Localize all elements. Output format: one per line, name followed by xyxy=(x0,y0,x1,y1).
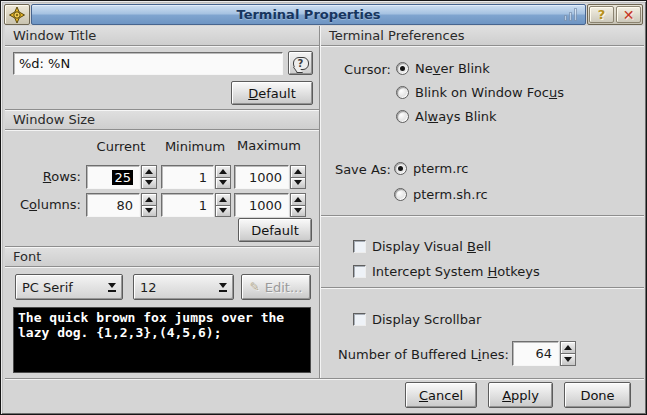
columns-maximum-spinbox[interactable]: 1000 xyxy=(234,193,306,217)
checkbox-intercept-system-hotkeys[interactable]: Intercept System Hotkeys xyxy=(353,263,540,279)
terminal-properties-dialog: Terminal Properties ? ✕ Window Title ? D… xyxy=(0,0,647,415)
triangle-down-icon xyxy=(294,208,302,213)
radio-icon xyxy=(394,162,407,175)
window-title-section-header: Window Title xyxy=(5,26,319,46)
spin-up-button[interactable] xyxy=(141,165,157,178)
save-as-label: Save As: xyxy=(331,162,391,177)
triangle-up-icon xyxy=(294,169,302,174)
triangle-down-icon xyxy=(145,208,153,213)
spin-down-button[interactable] xyxy=(141,206,157,218)
window-title-default-button[interactable]: Default xyxy=(231,81,313,105)
radio-always-blink[interactable]: Always Blink xyxy=(396,108,497,124)
font-size-select[interactable]: 12 xyxy=(133,274,234,300)
titlebar[interactable]: Terminal Properties ? ✕ xyxy=(4,4,643,25)
triangle-up-icon xyxy=(564,345,572,350)
radio-icon xyxy=(396,110,409,123)
titlebar-drag-area[interactable]: Terminal Properties xyxy=(31,4,586,25)
title-format-help-button[interactable]: ? xyxy=(288,51,313,75)
triangle-up-icon xyxy=(145,169,153,174)
triangle-up-icon xyxy=(294,197,302,202)
app-icon xyxy=(9,7,25,23)
triangle-up-icon xyxy=(145,197,153,202)
chevron-down-icon xyxy=(102,283,122,292)
spin-down-button[interactable] xyxy=(290,206,306,218)
spin-up-button[interactable] xyxy=(215,165,231,178)
window-title: Terminal Properties xyxy=(32,7,585,22)
font-section-header: Font xyxy=(5,246,319,267)
spin-up-button[interactable] xyxy=(560,341,576,354)
radio-icon xyxy=(396,86,409,99)
titlebar-decoration xyxy=(564,8,577,21)
rows-maximum-spinbox[interactable]: 1000 xyxy=(234,165,306,189)
checkbox-icon xyxy=(353,313,366,326)
chevron-down-icon xyxy=(213,283,233,292)
radio-icon xyxy=(394,188,407,201)
spin-down-button[interactable] xyxy=(290,178,306,190)
radio-blink-on-window-focus[interactable]: Blink on Window Focus xyxy=(396,84,564,100)
spin-down-button[interactable] xyxy=(215,206,231,218)
font-family-select[interactable]: PC Serif xyxy=(15,274,123,300)
triangle-down-icon xyxy=(219,208,227,213)
separator xyxy=(321,215,644,217)
radio-never-blink[interactable]: Never Blink xyxy=(396,60,490,76)
columns-label: Columns: xyxy=(13,197,81,212)
triangle-down-icon xyxy=(145,180,153,185)
checkbox-display-scrollbar[interactable]: Display Scrollbar xyxy=(353,311,481,327)
checkbox-icon xyxy=(353,240,366,253)
buffered-lines-spinbox[interactable]: 64 xyxy=(512,341,576,366)
column-divider xyxy=(319,26,321,378)
column-header-minimum: Minimum xyxy=(160,139,230,154)
footer-separator xyxy=(5,378,644,380)
window-title-input[interactable] xyxy=(13,52,283,75)
spin-down-button[interactable] xyxy=(560,354,576,366)
triangle-down-icon xyxy=(564,357,572,362)
columns-minimum-spinbox[interactable]: 1 xyxy=(161,193,231,217)
apply-button[interactable]: Apply xyxy=(488,382,553,408)
column-header-maximum: Maximum xyxy=(233,138,305,153)
triangle-up-icon xyxy=(219,169,227,174)
cursor-label: Cursor: xyxy=(331,62,391,77)
columns-current-spinbox[interactable]: 80 xyxy=(86,193,157,217)
spin-up-button[interactable] xyxy=(215,193,231,206)
done-button[interactable]: Done xyxy=(564,382,631,408)
rows-label: Rows: xyxy=(13,169,81,184)
checkbox-display-visual-bell[interactable]: Display Visual Bell xyxy=(353,238,491,254)
spin-down-button[interactable] xyxy=(215,178,231,190)
radio-pterm-rc[interactable]: pterm.rc xyxy=(394,160,468,176)
radio-icon xyxy=(396,62,409,75)
spin-up-button[interactable] xyxy=(290,165,306,178)
window-menu-button[interactable] xyxy=(4,4,30,25)
window-size-section-header: Window Size xyxy=(5,109,319,130)
spin-up-button[interactable] xyxy=(290,193,306,206)
rows-minimum-spinbox[interactable]: 1 xyxy=(161,165,231,189)
column-header-current: Current xyxy=(85,139,157,154)
font-preview: The quick brown fox jumps over the lazy … xyxy=(13,307,311,373)
spin-down-button[interactable] xyxy=(141,178,157,190)
window-size-default-button[interactable]: Default xyxy=(238,218,312,242)
radio-pterm-sh-rc[interactable]: pterm.sh.rc xyxy=(394,186,488,202)
separator xyxy=(321,287,644,289)
buffered-lines-label: Number of Buffered Lines: xyxy=(338,347,509,362)
terminal-preferences-header: Terminal Preferences xyxy=(321,26,644,46)
titlebar-buttons: ? ✕ xyxy=(587,4,643,25)
close-icon[interactable]: ✕ xyxy=(616,6,641,23)
help-button[interactable]: ? xyxy=(589,6,614,23)
spin-up-button[interactable] xyxy=(141,193,157,206)
help-bubble-icon: ? xyxy=(293,57,309,70)
font-edit-button: ✎ Edit... xyxy=(241,274,311,300)
triangle-down-icon xyxy=(294,180,302,185)
triangle-up-icon xyxy=(219,197,227,202)
rows-current-spinbox[interactable]: 25 xyxy=(86,165,157,189)
checkbox-icon xyxy=(353,265,366,278)
triangle-down-icon xyxy=(219,180,227,185)
cancel-button[interactable]: Cancel xyxy=(405,382,477,408)
pencil-icon: ✎ xyxy=(250,280,260,294)
